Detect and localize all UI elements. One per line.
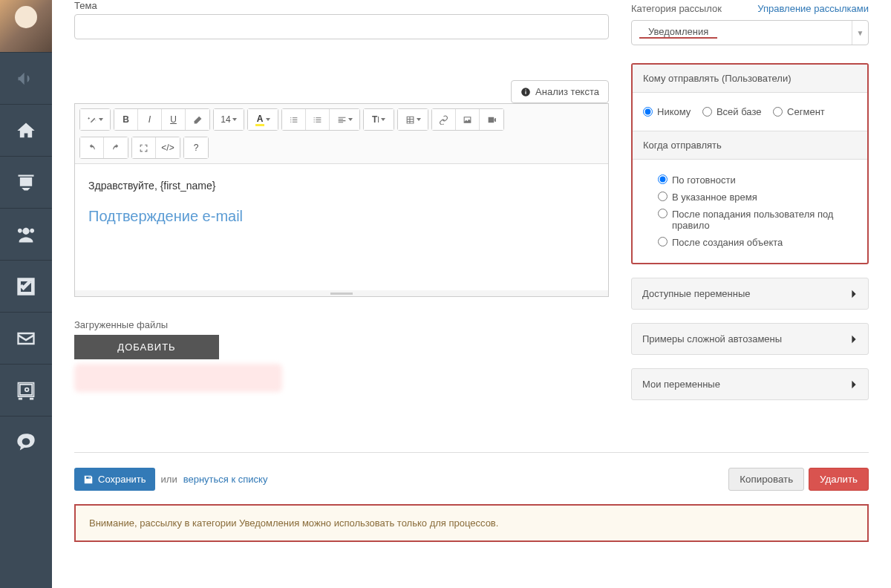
accordion-replace-examples[interactable]: Примеры сложной автозамены: [631, 323, 869, 355]
add-file-button[interactable]: ДОБАВИТЬ: [74, 335, 219, 359]
svg-rect-2: [525, 89, 526, 90]
align-button[interactable]: [330, 109, 359, 130]
nav-chat[interactable]: [0, 416, 52, 468]
underline-button[interactable]: U: [162, 109, 186, 130]
send-to-none-radio[interactable]: [643, 107, 653, 117]
chevron-right-icon: [850, 379, 858, 390]
when-header: Когда отправлять: [633, 131, 867, 160]
delete-button[interactable]: Удалить: [809, 468, 869, 491]
accordion-available-vars[interactable]: Доступные переменные: [631, 278, 869, 310]
bold-button[interactable]: B: [114, 109, 138, 130]
magic-tool-button[interactable]: [80, 109, 110, 130]
code-view-button[interactable]: </>: [156, 137, 180, 158]
redo-button[interactable]: [104, 137, 128, 158]
fullscreen-button[interactable]: [132, 137, 156, 158]
uploaded-files-label: Загруженные файлы: [74, 319, 609, 330]
send-settings-panel: Кому отправлять (Пользователи) Никому Вс…: [631, 63, 869, 264]
image-button[interactable]: [456, 109, 480, 130]
sidebar: [0, 0, 52, 564]
when-time-radio[interactable]: [658, 192, 668, 201]
link-button[interactable]: [432, 109, 456, 130]
font-size-button[interactable]: 14: [214, 109, 244, 130]
nav-presentation[interactable]: [0, 156, 52, 208]
warning-message: Внимание, рассылку в категории Уведомлен…: [74, 504, 869, 542]
chevron-down-icon: ▼: [852, 21, 868, 45]
table-button[interactable]: [398, 109, 428, 130]
eraser-button[interactable]: [186, 109, 209, 130]
save-button[interactable]: Сохранить: [74, 468, 155, 491]
analyze-text-button[interactable]: Анализ текста: [511, 80, 609, 103]
info-icon: [520, 87, 531, 97]
editor-content[interactable]: Здравствуйте, {first_name} Подтверждение…: [75, 164, 608, 290]
avatar[interactable]: [0, 0, 52, 52]
when-ready-radio[interactable]: [658, 174, 668, 184]
redacted-area: [74, 364, 282, 392]
editor-link-text: Подтверждение e-mail: [88, 204, 595, 228]
copy-button[interactable]: Копировать: [728, 468, 804, 491]
font-color-button[interactable]: A: [248, 109, 278, 130]
rich-text-editor: B I U 14 A TI: [74, 103, 609, 297]
editor-resize-handle[interactable]: [75, 290, 608, 296]
ordered-list-button[interactable]: [306, 109, 330, 130]
chevron-right-icon: [850, 334, 858, 344]
nav-checkbox[interactable]: [0, 260, 52, 312]
back-to-list-link[interactable]: вернуться к списку: [183, 474, 268, 485]
editor-toolbar: B I U 14 A TI: [75, 104, 608, 164]
when-rule-radio[interactable]: [658, 209, 668, 218]
video-button[interactable]: [480, 109, 503, 130]
undo-button[interactable]: [80, 137, 104, 158]
manage-mailings-link[interactable]: Управление рассылками: [757, 3, 869, 14]
or-text: или: [161, 474, 177, 485]
accordion-my-vars[interactable]: Мои переменные: [631, 368, 869, 400]
help-button[interactable]: ?: [184, 137, 208, 158]
category-select[interactable]: Уведомления ▼: [631, 20, 869, 45]
editor-greeting-text: Здравствуйте, {first_name}: [88, 177, 595, 194]
italic-button[interactable]: I: [138, 109, 162, 130]
chevron-right-icon: [850, 289, 858, 299]
nav-announce[interactable]: [0, 52, 52, 104]
unordered-list-button[interactable]: [282, 109, 306, 130]
nav-users[interactable]: [0, 208, 52, 260]
subject-input[interactable]: [74, 14, 609, 39]
send-to-segment-radio[interactable]: [773, 107, 783, 117]
category-value: Уведомления: [639, 26, 717, 39]
subject-label: Тема: [74, 0, 609, 11]
send-to-all-radio[interactable]: [702, 107, 712, 117]
save-icon: [83, 474, 94, 485]
svg-rect-1: [525, 91, 526, 94]
nav-safe[interactable]: [0, 364, 52, 416]
nav-mail[interactable]: [0, 312, 52, 364]
send-to-header: Кому отправлять (Пользователи): [633, 65, 867, 93]
text-format-button[interactable]: TI: [364, 109, 394, 130]
when-object-radio[interactable]: [658, 237, 668, 246]
category-label: Категория рассылок: [631, 3, 722, 14]
action-bar: Сохранить или вернуться к списку Копиров…: [74, 452, 869, 491]
nav-home[interactable]: [0, 104, 52, 156]
